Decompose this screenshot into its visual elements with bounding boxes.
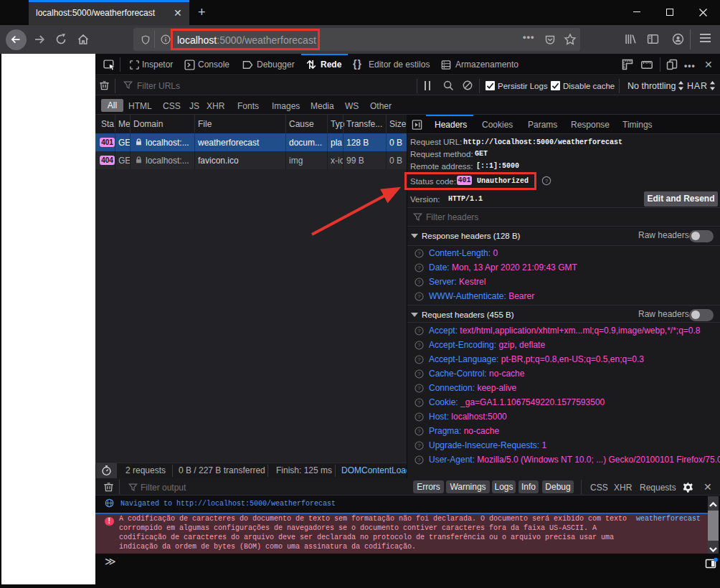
svg-text:?: ? — [417, 356, 420, 363]
svg-text:?: ? — [417, 265, 420, 271]
svg-text:?: ? — [417, 442, 420, 449]
svg-text:?: ? — [417, 279, 420, 285]
svg-text:?: ? — [417, 457, 420, 463]
svg-text:?: ? — [417, 293, 420, 300]
svg-text:?: ? — [417, 371, 420, 377]
svg-text:?: ? — [417, 328, 420, 334]
svg-text:?: ? — [417, 428, 420, 435]
svg-text:?: ? — [417, 385, 420, 392]
svg-text:?: ? — [417, 250, 420, 257]
svg-text:?: ? — [417, 414, 420, 420]
svg-text:?: ? — [417, 399, 420, 406]
svg-text:?: ? — [417, 342, 420, 348]
svg-text:?: ? — [545, 178, 549, 184]
